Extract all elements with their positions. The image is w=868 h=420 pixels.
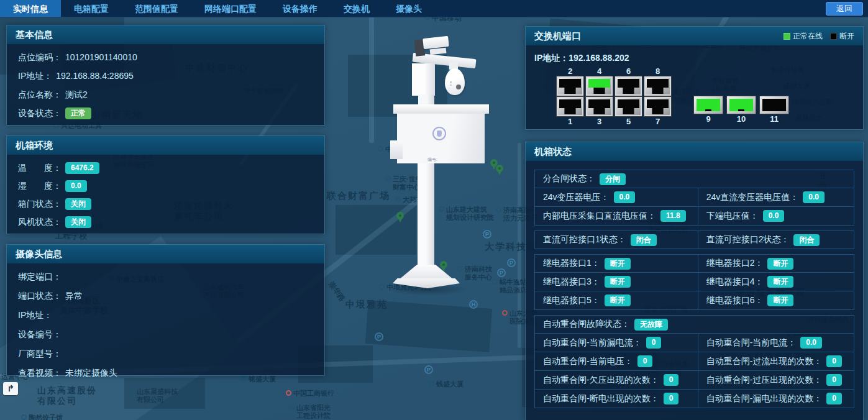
poi-icon [385,176,391,181]
panel-header: 基本信息 [7,25,324,44]
status-label: 直流可控接口1状态： [543,234,626,245]
status-group: 继电器接口1： 断开 继电器接口2： 断开 继电器接口3： 断开 继电器接口4：… [534,254,854,310]
panel-title: 基本信息 [16,29,53,41]
info-label: 查看视频： [18,367,62,379]
status-badge: 0 [664,393,679,404]
status-badge: 闭合 [631,234,657,246]
status-badge: 0.0 [800,337,822,349]
nav-tab[interactable]: 设备操作 [270,0,331,17]
map-label: 崇华路 [327,280,347,303]
status-cell: 直流可控接口1状态： 闭合 [535,231,698,249]
poi-icon [502,310,508,316]
nav-tab[interactable]: 范围值配置 [122,0,191,17]
info-value: 异常 [65,290,83,302]
sfp-frame [693,96,723,114]
status-badge: 6476.2 [65,162,99,174]
map-label: 钱盛大厦 [429,380,464,388]
status-row: 继电器接口5： 断开 继电器接口6： 断开 [534,291,854,310]
status-cell: 自动重合闸-当前漏电流： 0 [535,334,698,352]
status-row: 自动重合闸-断电出现的次数： 0 自动重合闸-漏电出现的次数： 0 [534,390,854,408]
info-row: 查看视频： 未绑定摄像头 [18,367,314,379]
status-badge: 断开 [605,294,631,306]
status-label: 自动重合闸-过压出现的次数： [706,375,823,386]
status-cell: 继电器接口5： 断开 [535,291,698,309]
info-label: 风机状态： [18,216,62,228]
rj45-port [644,76,672,96]
legend-color-swatch [830,33,837,40]
info-row: 湿 度： 0.0 [18,180,314,192]
top-nav-bar: 实时信息电箱配置范围值配置网络端口配置设备操作交换机摄像头 返回 [0,0,868,17]
port-number: 3 [585,117,614,126]
panel-body: 点位编码： 101201901140010 IP地址： 192.168.88.4… [7,44,324,125]
poi-icon [379,284,385,290]
map-label-text: 中垠雅苑 [345,299,388,310]
rj45-port [614,76,642,96]
panel-title: 机箱环境 [16,140,53,152]
sfp-port-row: 9 10 11 [693,96,789,124]
info-label: 点位编码： [18,52,62,63]
nav-tab[interactable]: 网络端口配置 [191,0,270,17]
rj45-socket [618,79,639,94]
status-badge: 闭合 [793,234,820,246]
port-number: 6 [614,66,643,76]
status-badge: 分闸 [600,173,626,185]
map-label-text: 钱盛大厦 [436,380,464,388]
status-cell: 24v直流变压器电压值： 0.0 [698,188,854,206]
panel-header: 机箱环境 [7,136,324,155]
status-row: 继电器接口1： 断开 继电器接口2： 断开 [534,254,854,273]
status-group: 自动重合闸故障状态： 无故障 自动重合闸-当前漏电流： 0 自动重合闸-当前电流… [534,315,854,408]
nav-tab[interactable]: 实时信息 [0,0,61,17]
poi-icon [378,146,383,152]
status-label: 继电器接口2： [706,258,764,269]
nav-tab[interactable]: 交换机 [331,0,383,17]
nav-tab[interactable]: 摄像头 [383,0,435,17]
status-cell: 自动重合闸-漏电出现的次数： 0 [698,390,854,408]
status-cell: 自动重合闸-过流出现的次数： 0 [698,352,854,370]
back-button[interactable]: 返回 [826,2,863,16]
port-number: 10 [737,114,746,124]
rj45-socket [647,99,669,114]
status-badge: 断开 [605,276,631,288]
legend-item: 正常在线 [783,31,823,42]
map-label: 山东高速股份 有限公司 [37,385,97,406]
status-badge: 11.8 [660,210,686,222]
info-row: 箱门状态： 关闭 [18,198,314,210]
info-row: 厂商型号： [18,348,314,360]
port-status-light [729,99,753,111]
status-badge: 0.0 [763,210,785,222]
panel-title: 交换机端口 [534,30,581,42]
pole-base-pyramid [399,265,454,280]
status-label: 24v直流变压器电压值： [706,192,799,203]
ports-area: 2468 1357 9 10 11 [526,66,863,129]
rj45-socket [618,99,639,114]
status-badge: 0.0 [614,191,636,203]
map-label-text: 蜗牛逸站 精品酒店 [500,278,527,294]
status-label: 自动重合闸-当前电压： [543,356,633,367]
port-number: 1 [555,117,585,126]
status-badge: 关闭 [65,216,91,228]
cabinet-side-box [390,140,403,159]
status-badge: 断开 [605,258,631,270]
rj45-port [556,76,584,96]
map-label: 山东省阳光 工程设计院 [289,404,331,420]
info-label: 温 度： [18,162,62,174]
rj45-port [614,96,642,117]
panel-body: 绑定端口： 端口状态： 异常 IP地址： 设备编号： 厂商型号： 查看视频： 未… [7,263,324,375]
status-label: 自动重合闸故障状态： [543,319,630,330]
map-poi-circle-icon: P [375,332,383,341]
status-badge: 0.0 [803,191,825,203]
sfp-frame [726,96,756,114]
map-control-icon[interactable]: ↱ [3,382,18,395]
device-pole [418,163,434,266]
info-row: 温 度： 6476.2 [18,162,314,174]
info-row: 设备编号： [18,329,314,340]
info-row: IP地址： [18,309,314,321]
info-row: 设备状态： 正常 [18,107,314,119]
camera-mount [430,48,447,55]
nav-tab[interactable]: 电箱配置 [61,0,122,17]
panel-header: 摄像头信息 [7,245,324,263]
info-label: 点位名称： [18,89,62,101]
map-poi-circle-icon: P [507,258,516,267]
status-cell: 分合闸状态： 分闸 [535,170,854,188]
info-row: 端口状态： 异常 [18,290,314,302]
